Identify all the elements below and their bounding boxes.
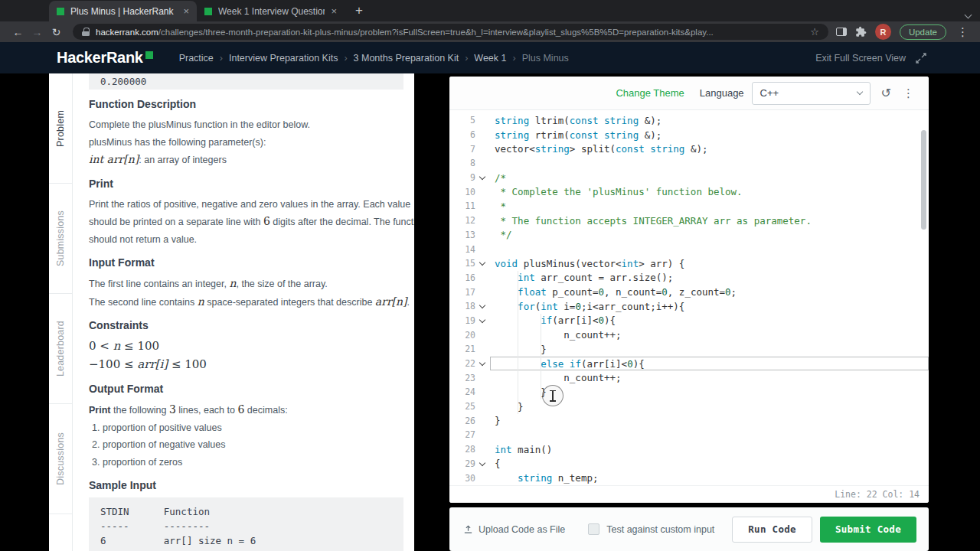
editor-action-bar: Upload Code as File Test against custom … <box>449 507 929 551</box>
code-line[interactable]: 9/* <box>449 171 929 185</box>
code-token: ; <box>731 286 737 298</box>
code-line[interactable]: 19 if(arr[i]<0){ <box>449 314 929 328</box>
indent-guide <box>518 271 518 414</box>
profile-avatar[interactable]: R <box>875 24 891 40</box>
fold-icon[interactable] <box>475 319 488 322</box>
code-token: if <box>541 315 552 326</box>
code-line[interactable]: 23 n_count++; <box>449 370 929 385</box>
run-code-button[interactable]: Run Code <box>732 517 812 543</box>
new-tab-button[interactable]: + <box>349 1 369 21</box>
sidebar-tab-submissions[interactable]: Submissions <box>49 184 72 294</box>
code-line[interactable]: 15void plusMinus(vector<int> arr) { <box>449 256 929 271</box>
tab-close-icon[interactable]: × <box>183 5 189 17</box>
code-line[interactable]: 27 <box>449 428 929 442</box>
fold-icon[interactable] <box>475 305 488 308</box>
change-theme-link[interactable]: Change Theme <box>616 87 684 99</box>
code-editor[interactable]: 5string ltrim(const string &);6string rt… <box>449 110 929 485</box>
fullscreen-toggle-icon[interactable] <box>916 53 926 64</box>
sidebar-tab-discussions[interactable]: Discussions <box>49 404 72 514</box>
upload-code-button[interactable]: Upload Code as File <box>463 524 565 535</box>
breadcrumb-item[interactable]: Week 1 <box>474 53 506 64</box>
code-line[interactable]: 26} <box>449 413 929 428</box>
sidebar-tab-leaderboard[interactable]: Leaderboard <box>49 294 72 404</box>
custom-input-label: Test against custom input <box>606 524 714 535</box>
code-token <box>598 115 604 126</box>
extensions-puzzle-icon[interactable] <box>855 26 867 37</box>
code-line[interactable]: 22 else if(arr[i]<0){ <box>449 357 929 371</box>
sidebar-tab-problem[interactable]: Problem <box>49 73 72 184</box>
custom-input-toggle[interactable]: Test against custom input <box>588 523 714 535</box>
chrome-update-button[interactable]: Update <box>900 24 946 40</box>
bookmark-star-icon[interactable]: ☆ <box>810 26 819 37</box>
breadcrumb-item[interactable]: Practice <box>179 53 214 64</box>
code-line[interactable]: 12 * The function accepts INTEGER_ARRAY … <box>449 214 929 228</box>
code-line[interactable]: 24 } <box>449 385 929 399</box>
chevron-down-icon <box>856 89 862 95</box>
code-line[interactable]: 6string rtrim(const string &); <box>449 128 929 142</box>
code-line[interactable]: 18 for(int i=0;i<arr_count;i++){ <box>449 299 929 314</box>
breadcrumb-item[interactable]: Interview Preparation Kits <box>229 53 338 64</box>
section-heading: Print <box>89 178 403 190</box>
code-token: string <box>535 143 570 155</box>
language-select[interactable]: C++ <box>752 82 871 105</box>
fold-icon[interactable] <box>475 262 488 265</box>
fold-icon[interactable] <box>475 176 488 179</box>
submit-code-button[interactable]: Submit Code <box>820 517 916 543</box>
breadcrumb-item[interactable]: 3 Months Preparation Kit <box>354 53 459 64</box>
breadcrumb-item[interactable]: Plus Minus <box>522 53 569 64</box>
code-line[interactable]: 29{ <box>449 457 929 471</box>
list-item: proportion of zeros <box>103 454 403 471</box>
code-line[interactable]: 28int main() <box>449 442 929 457</box>
side-panel-icon[interactable] <box>836 28 847 36</box>
code-line[interactable]: 20 n_count++; <box>449 328 929 342</box>
chevron-down-icon <box>479 259 485 266</box>
line-number: 13 <box>449 230 475 240</box>
back-icon[interactable]: ← <box>9 23 27 41</box>
code-line[interactable]: 30 string n_temp; <box>449 471 929 485</box>
browser-tab[interactable]: Week 1 Interview Questions | H× <box>197 1 345 21</box>
text-run: ≤ 100 <box>120 339 159 353</box>
restore-code-icon[interactable]: ↺ <box>881 86 891 100</box>
code-line[interactable]: 14 <box>449 242 929 256</box>
code-line[interactable]: 13 */ <box>449 228 929 243</box>
line-number: 5 <box>449 115 475 126</box>
editor-scrollbar[interactable] <box>921 130 926 230</box>
browser-menu-icon[interactable]: ⋮ <box>955 25 971 39</box>
lock-icon[interactable] <box>82 28 90 36</box>
section-heading: Output Format <box>89 383 403 395</box>
url-text: hackerrank.com/challenges/three-month-pr… <box>96 28 804 37</box>
code-line[interactable]: 21 } <box>449 342 929 357</box>
code-token <box>598 129 604 141</box>
text-run: Print <box>89 405 110 416</box>
tab-close-icon[interactable]: × <box>331 5 337 17</box>
line-number: 12 <box>449 215 475 226</box>
custom-input-checkbox[interactable] <box>588 523 599 535</box>
code-line[interactable]: 10 * Complete the 'plusMinus' function b… <box>449 184 929 199</box>
fold-icon[interactable] <box>475 362 488 365</box>
browser-tab[interactable]: Plus Minus | HackerRank× <box>49 1 197 21</box>
code-token: } <box>495 386 547 398</box>
address-bar[interactable]: hackerrank.com/challenges/three-month-pr… <box>73 24 828 40</box>
exit-fullscreen-label[interactable]: Exit Full Screen View <box>815 53 906 64</box>
code-text: string ltrim(const string &); <box>488 115 662 126</box>
code-line[interactable]: 5string ltrim(const string &); <box>449 113 929 128</box>
list-item: proportion of negative values <box>103 436 403 454</box>
code-line[interactable]: 7vector<string> split(const string &); <box>449 142 929 156</box>
line-number: 28 <box>449 444 475 455</box>
reload-icon[interactable]: ↻ <box>47 23 65 41</box>
code-line[interactable]: 17 float p_count=0, n_count=0, z_count=0… <box>449 285 929 299</box>
forward-icon[interactable]: → <box>28 23 46 41</box>
editor-menu-icon[interactable]: ⋮ <box>900 86 916 100</box>
code-line[interactable]: 25 } <box>449 399 929 414</box>
code-token: arr_count = arr.size(); <box>535 272 674 283</box>
breadcrumb-separator: › <box>465 53 468 64</box>
fold-icon[interactable] <box>475 462 488 465</box>
code-line[interactable]: 8 <box>449 156 929 171</box>
paragraph: should not return a value. <box>89 231 403 249</box>
tab-search-icon[interactable] <box>965 7 971 21</box>
code-line[interactable]: 16 int arr_count = arr.size(); <box>449 271 929 285</box>
code-line[interactable]: 11 * <box>449 199 929 214</box>
code-token: , z_count= <box>668 286 725 298</box>
code-token: 0 <box>599 315 605 326</box>
hackerrank-logo[interactable]: HackerRank <box>57 49 153 67</box>
